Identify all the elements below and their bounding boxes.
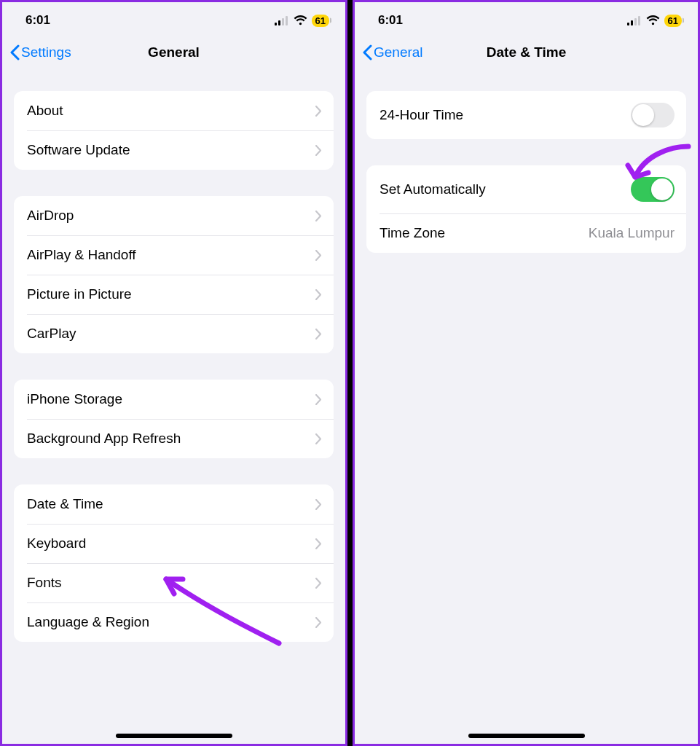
screen-date-time: 6:01 61 General Date & Time 24-Hour Time: [353, 0, 700, 746]
row-label: Language & Region: [27, 614, 149, 630]
chevron-right-icon: [315, 250, 322, 261]
status-right: 61: [627, 15, 682, 27]
svg-rect-6: [634, 18, 637, 25]
screen-general: 6:01 61 Settings General About: [0, 0, 347, 746]
page-title: Date & Time: [487, 44, 566, 60]
row-label: Time Zone: [380, 225, 445, 241]
row-language-region[interactable]: Language & Region: [14, 602, 334, 642]
chevron-right-icon: [315, 289, 322, 300]
toggle-knob: [651, 178, 673, 200]
row-label: Set Automatically: [380, 181, 486, 197]
time-zone-value: Kuala Lumpur: [589, 225, 675, 241]
wifi-icon: [294, 15, 307, 25]
svg-rect-7: [638, 16, 640, 25]
row-keyboard[interactable]: Keyboard: [14, 524, 334, 563]
chevron-left-icon: [362, 44, 372, 60]
page-title: General: [148, 44, 200, 60]
row-label: 24-Hour Time: [380, 107, 463, 123]
svg-rect-1: [278, 20, 280, 25]
row-24-hour-time[interactable]: 24-Hour Time: [366, 91, 686, 139]
row-label: Fonts: [27, 575, 62, 591]
chevron-right-icon: [315, 145, 322, 156]
settings-group: About Software Update: [14, 91, 334, 170]
chevron-right-icon: [315, 617, 322, 628]
chevron-right-icon: [315, 538, 322, 549]
chevron-right-icon: [315, 211, 322, 221]
settings-group: Date & Time Keyboard Fonts Language & Re…: [14, 484, 334, 642]
row-set-automatically[interactable]: Set Automatically: [366, 165, 686, 213]
status-bar: 6:01 61: [355, 2, 698, 34]
settings-group: AirDrop AirPlay & Handoff Picture in Pic…: [14, 196, 334, 353]
wifi-icon: [646, 15, 660, 25]
row-label: CarPlay: [27, 326, 76, 342]
svg-rect-3: [286, 16, 288, 25]
row-label: iPhone Storage: [27, 391, 122, 407]
row-background-app-refresh[interactable]: Background App Refresh: [14, 419, 334, 458]
toggle-set-automatically[interactable]: [631, 177, 675, 202]
chevron-right-icon: [315, 394, 322, 405]
content-body: About Software Update AirDrop AirPlay & …: [2, 71, 345, 744]
row-time-zone[interactable]: Time Zone Kuala Lumpur: [366, 213, 686, 253]
chevron-left-icon: [9, 44, 20, 60]
row-label: Picture in Picture: [27, 286, 132, 302]
status-bar: 6:01 61: [2, 2, 345, 34]
svg-rect-2: [282, 18, 284, 25]
nav-bar: Settings General: [2, 34, 345, 71]
back-label: Settings: [21, 44, 71, 60]
settings-group: Set Automatically Time Zone Kuala Lumpur: [366, 165, 686, 253]
row-label: AirPlay & Handoff: [27, 247, 136, 263]
chevron-right-icon: [315, 499, 322, 510]
screen-divider: [347, 0, 353, 746]
status-right: 61: [275, 15, 329, 27]
row-picture-in-picture[interactable]: Picture in Picture: [14, 275, 334, 314]
svg-rect-4: [627, 23, 629, 25]
row-date-time[interactable]: Date & Time: [14, 484, 334, 524]
svg-rect-5: [631, 20, 633, 25]
row-iphone-storage[interactable]: iPhone Storage: [14, 380, 334, 419]
cellular-icon: [627, 16, 642, 25]
row-label: Keyboard: [27, 535, 86, 551]
toggle-knob: [632, 104, 654, 126]
row-label: About: [27, 103, 63, 119]
status-time: 6:01: [25, 13, 50, 28]
home-indicator: [468, 734, 585, 738]
content-body: 24-Hour Time Set Automatically Time Zone…: [355, 71, 698, 744]
settings-group: 24-Hour Time: [366, 91, 686, 139]
chevron-right-icon: [315, 578, 322, 589]
battery-badge: 61: [664, 15, 682, 27]
row-label: Background App Refresh: [27, 431, 181, 447]
back-button[interactable]: Settings: [9, 44, 71, 60]
settings-group: iPhone Storage Background App Refresh: [14, 380, 334, 458]
cellular-icon: [275, 16, 289, 25]
row-software-update[interactable]: Software Update: [14, 130, 334, 170]
svg-rect-0: [275, 23, 277, 25]
chevron-right-icon: [315, 329, 322, 339]
toggle-24-hour[interactable]: [631, 103, 675, 127]
nav-bar: General Date & Time: [355, 34, 698, 71]
row-fonts[interactable]: Fonts: [14, 563, 334, 602]
row-about[interactable]: About: [14, 91, 334, 130]
battery-badge: 61: [312, 15, 329, 27]
row-airplay-handoff[interactable]: AirPlay & Handoff: [14, 235, 334, 275]
chevron-right-icon: [315, 433, 322, 444]
row-label: AirDrop: [27, 208, 74, 224]
chevron-right-icon: [315, 106, 322, 117]
back-button[interactable]: General: [362, 44, 423, 60]
back-label: General: [374, 44, 423, 60]
row-carplay[interactable]: CarPlay: [14, 314, 334, 353]
status-time: 6:01: [378, 13, 403, 28]
row-label: Software Update: [27, 142, 130, 158]
home-indicator: [116, 734, 232, 738]
row-airdrop[interactable]: AirDrop: [14, 196, 334, 235]
row-label: Date & Time: [27, 496, 103, 512]
